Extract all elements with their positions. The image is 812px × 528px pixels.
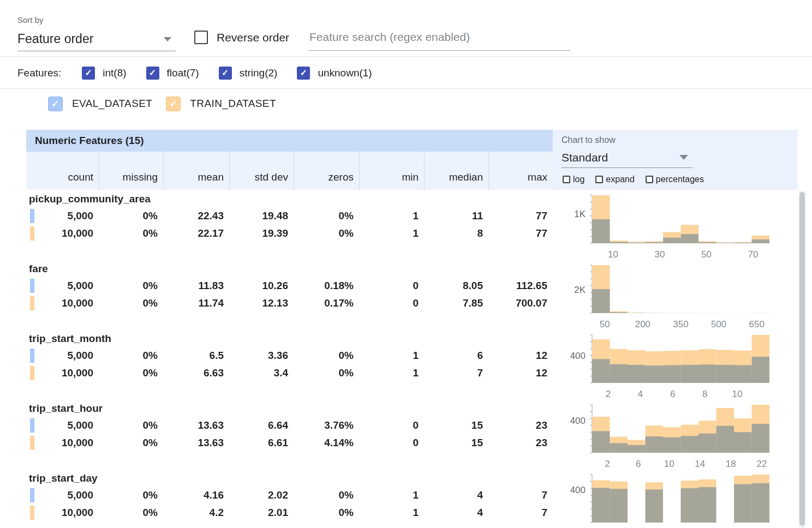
svg-text:2: 2 <box>606 389 611 399</box>
feature-type-checkbox-float[interactable]: ✓float(7) <box>146 67 199 80</box>
stat-count: 10,000 <box>26 225 99 242</box>
stat-zeros: 0% <box>294 207 359 225</box>
toggle-percentages[interactable]: percentages <box>646 175 704 184</box>
stats-row-train_dataset: 10,0000%11.7412.130.17%07.85700.07 <box>26 295 553 312</box>
toggle-log[interactable]: log <box>563 175 584 184</box>
stat-min: 1 <box>359 364 424 382</box>
feature-histogram: 1K10305070 <box>564 192 777 263</box>
stat-median: 4 <box>424 487 488 504</box>
checkbox-checked-icon: ✓ <box>166 97 181 111</box>
stat-count: 5,000 <box>26 277 99 295</box>
dataset-label: TRAIN_DATASET <box>190 98 276 110</box>
svg-text:400: 400 <box>570 485 586 495</box>
feature-type-checkbox-int[interactable]: ✓int(8) <box>82 67 126 80</box>
reverse-order-checkbox[interactable]: Reverse order <box>194 31 289 44</box>
stats-row-eval_dataset: 5,0000%4.162.020%147 <box>26 487 553 504</box>
stat-missing: 0% <box>99 487 163 504</box>
feature-type-label: unknown(1) <box>318 67 372 79</box>
stat-count: 5,000 <box>26 207 99 225</box>
checkbox-checked-icon: ✓ <box>48 97 63 111</box>
toggle-expand[interactable]: expand <box>595 175 635 184</box>
chart-type-value: Standard <box>562 151 608 164</box>
dataset-checkbox-eval_dataset[interactable]: ✓EVAL_DATASET <box>48 97 152 111</box>
stat-zeros: 0% <box>294 347 359 364</box>
column-header-zeros: zeros <box>294 152 359 190</box>
stat-max: 12 <box>488 347 553 364</box>
svg-text:50: 50 <box>600 319 610 329</box>
stat-min: 1 <box>359 487 424 504</box>
stat-min: 1 <box>359 225 424 242</box>
stat-mean: 4.16 <box>163 487 229 504</box>
svg-text:1K: 1K <box>574 209 586 219</box>
feature-name: trip_start_month <box>29 333 111 345</box>
feature-type-options: ✓int(8)✓float(7)✓string(2)✓unknown(1) <box>82 67 391 80</box>
stat-std-dev: 19.39 <box>229 225 294 242</box>
stats-row-eval_dataset: 5,0000%22.4319.480%11177 <box>26 207 553 225</box>
stat-missing: 0% <box>99 295 163 312</box>
feature-search <box>308 28 570 51</box>
dataset-color-chip <box>30 279 34 293</box>
stats-row-train_dataset: 10,0000%6.633.40%1712 <box>26 364 553 382</box>
dataset-checkbox-train_dataset[interactable]: ✓TRAIN_DATASET <box>166 97 276 111</box>
stat-median: 8 <box>424 225 488 242</box>
stat-zeros: 0% <box>294 504 359 521</box>
scrollbar[interactable] <box>799 191 805 528</box>
chevron-down-icon <box>164 37 171 41</box>
stat-median: 15 <box>424 417 488 434</box>
column-header-mean: mean <box>163 152 229 190</box>
chart-toggle-group: logexpandpercentages <box>563 175 704 184</box>
checkbox-checked-icon: ✓ <box>297 67 310 80</box>
feature-type-filter-bar: Features: ✓int(8)✓float(7)✓string(2)✓unk… <box>0 57 812 89</box>
svg-text:4: 4 <box>638 389 643 399</box>
chart-type-select[interactable]: Standard <box>562 147 692 168</box>
stat-std-dev: 6.61 <box>229 434 294 452</box>
feature-type-label: int(8) <box>103 67 126 79</box>
features-label: Features: <box>17 67 61 79</box>
stat-mean: 22.43 <box>163 207 229 225</box>
stat-min: 1 <box>359 504 424 521</box>
scrollbar-thumb[interactable] <box>799 192 805 526</box>
histogram-chart: 400246810 <box>564 332 777 400</box>
stat-zeros: 0% <box>294 487 359 504</box>
column-header-missing: missing <box>99 152 163 190</box>
checkbox-checked-icon: ✓ <box>219 67 232 80</box>
stat-max: 7 <box>488 487 553 504</box>
feature-block-trip_start_hour: trip_start_hour5,0000%13.636.643.76%0152… <box>26 400 798 470</box>
stat-zeros: 0% <box>294 225 359 242</box>
toolbar: Sort by Feature order Reverse order <box>0 0 812 57</box>
feature-block-fare: fare5,0000%11.8310.260.18%08.05112.6510,… <box>26 261 798 331</box>
stat-missing: 0% <box>99 434 163 452</box>
stat-max: 7 <box>488 504 553 521</box>
stat-missing: 0% <box>99 417 163 434</box>
stat-std-dev: 3.4 <box>229 364 294 382</box>
dataset-color-chip <box>30 506 34 520</box>
stat-zeros: 0.17% <box>294 295 359 312</box>
search-input[interactable] <box>308 28 570 51</box>
numeric-features-header: Numeric Features (15) <box>26 130 553 152</box>
feature-type-label: string(2) <box>240 67 278 79</box>
feature-histogram: 2K50200350500650 <box>564 262 777 333</box>
column-header-median: median <box>424 152 488 190</box>
svg-text:400: 400 <box>570 351 586 361</box>
feature-type-checkbox-unknown[interactable]: ✓unknown(1) <box>297 67 372 80</box>
histogram-chart: 4002610141822 <box>564 401 777 470</box>
stat-count: 10,000 <box>26 504 99 521</box>
stat-median: 7.85 <box>424 295 488 312</box>
feature-type-checkbox-string[interactable]: ✓string(2) <box>219 67 278 80</box>
stat-std-dev: 19.48 <box>229 207 294 225</box>
svg-text:6: 6 <box>636 459 641 469</box>
column-header-count: count <box>26 152 99 190</box>
stat-missing: 0% <box>99 364 163 382</box>
reverse-order-label: Reverse order <box>217 31 289 44</box>
svg-text:500: 500 <box>711 319 726 329</box>
stat-zeros: 0% <box>294 364 359 382</box>
sort-by-select[interactable]: Feature order <box>17 27 176 51</box>
feature-name: trip_start_hour <box>29 403 103 415</box>
stat-min: 0 <box>359 417 424 434</box>
histogram-chart: 400 <box>564 471 777 528</box>
stat-min: 0 <box>359 277 424 295</box>
stat-count: 10,000 <box>26 295 99 312</box>
chevron-down-icon <box>679 155 688 160</box>
stats-row-train_dataset: 10,0000%22.1719.390%1877 <box>26 225 553 242</box>
dataset-color-chip <box>30 296 34 310</box>
